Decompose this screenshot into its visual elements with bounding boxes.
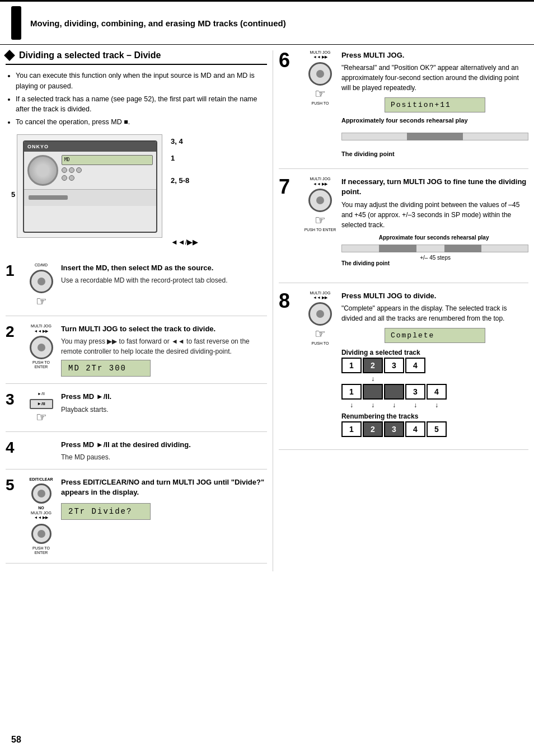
step-6-body: "Rehearsal" and "Position OK?" appear al… [341,63,528,93]
step-4-title: Press MD ►/II at the desired dividing. [61,440,267,450]
step-3-content: Press MD ►/II. Playback starts. [61,392,267,414]
arrow-cell: ↓ [363,375,383,383]
step-4-content: Press MD ►/II at the desired dividing. T… [61,440,267,462]
page-content: Dividing a selected track – Divide You c… [0,50,534,571]
multi-jog-icon [30,336,53,359]
device-middle: MD [24,152,156,189]
arrow-cell [384,375,404,383]
track-cell-after: 3 [384,421,404,437]
jog-inner [316,70,324,78]
dividing-track-label: Dividing a selected track [341,349,528,356]
step-8-number: 8 [279,291,299,311]
multi-jog-label: MULTI JOG◄◄ ▶▶ [31,324,51,334]
track-row-after: 1 2 3 4 5 [341,421,528,437]
step-2-number: 2 [6,324,21,340]
play-pause-label: ►/II [38,392,45,396]
step-3-number: 3 [6,392,21,407]
step-1-title: Insert the MD, then select MD as the sou… [61,263,267,273]
step-5-number: 5 [6,477,21,493]
multi-jog-icon-8 [308,302,332,326]
step-5-content: Press EDIT/CLEAR/NO and turn MULTI JOG u… [61,477,267,520]
ft-bar-bg [341,245,528,252]
step-5-row: 5 EDIT/CLEAR NO MULTI JOG◄◄ ▶▶ PUSH TO E… [6,477,267,564]
step-7-body: You may adjust the dividing point betwee… [341,200,528,230]
arrow-cell: ↓ [405,401,425,409]
step-6-title: Press MULTI JOG. [341,50,528,60]
track-cell: 1 [341,384,362,400]
device-button [76,167,82,173]
ft-bar-right [444,245,482,252]
step-8-row: 8 MULTI JOG◄◄ ▶▶ ☞ PUSH TO Press MULTI J… [279,291,528,450]
step-5-icon: EDIT/CLEAR NO MULTI JOG◄◄ ▶▶ PUSH TO ENT… [26,477,57,557]
step-8-body: "Complete" appears in the display. The s… [341,303,528,323]
step-2-row: 2 MULTI JOG◄◄ ▶▶ PUSH TO ENTER Turn MULT… [6,324,267,384]
step-3-title: Press MD ►/II. [61,392,267,402]
step-3-row: 3 ►/II ►/II ☞ Press MD ►/II. Playback st… [6,392,267,431]
arrow-cell: ↓ [341,401,362,409]
push-enter-label-2: PUSH TO ENTER [26,546,57,556]
device-button [69,167,74,173]
step-5-title: Press EDIT/CLEAR/NO and turn MULTI JOG u… [61,477,267,497]
step-2-title: Turn MULTI JOG to select the track to di… [61,324,267,334]
device-slot [29,195,68,200]
step-8-content: Press MULTI JOG to divide. "Complete" ap… [341,291,528,443]
device-button [69,175,74,181]
multi-jog-label-8: MULTI JOG◄◄ ▶▶ [310,291,331,300]
bar-highlight-6 [407,133,463,140]
arrows-row-2: ↓ ↓ ↓ ↓ ↓ [341,401,528,409]
header-title: Moving, dividing, combining, and erasing… [30,18,286,28]
bullet-item: You can execute this function only when … [16,71,267,92]
device-buttons-row [62,167,153,173]
step-4-body: The MD pauses. [61,452,267,462]
step-8-display: Complete [385,328,485,343]
arrow-cell: ↓ [363,401,383,409]
jog-inner [38,490,45,497]
step-2-display: MD 2Tr 300 [61,360,151,377]
arrow-cell [405,375,425,383]
step-6-number: 6 [279,50,299,71]
hand-icon-6: ☞ [315,87,326,101]
cd-md-label: CD/MD [35,263,48,267]
section-title: Dividing a selected track – Divide [6,50,267,65]
approx-label-6: Approximately four seconds rehearsal pla… [341,117,528,124]
step-7-content: If necessary, turn MULTI JOG to fine tun… [341,177,528,275]
step-2-icon: MULTI JOG◄◄ ▶▶ PUSH TO ENTER [26,324,57,371]
page-number: 58 [11,735,21,745]
rehearsal-bar-6 [341,126,528,148]
device-logo: ONKYO [27,144,49,149]
step-1-row: 1 CD/MD ☞ Insert the MD, then select MD … [6,263,267,316]
step-3-icon: ►/II ►/II ☞ [26,392,57,424]
track-cell-selected: 2 [363,358,383,373]
jog-inner-8 [316,310,324,318]
bullet-list: You can execute this function only when … [16,71,267,128]
jog-inner [38,530,45,538]
diagram-label-34: 3, 4 [171,137,183,145]
track-cell: 1 [341,421,362,437]
track-cell: 1 [341,358,362,373]
multi-jog-icon-2 [31,524,51,544]
step-1-content: Insert the MD, then select MD as the sou… [61,263,267,285]
hand-icon: ☞ [36,410,47,425]
push-enter-label-7: PUSH TO ENTER [305,228,336,232]
step-6-display: Position+11 [385,97,485,112]
ft-steps-label: +/– 45 steps [420,255,451,261]
step-8-icon: MULTI JOG◄◄ ▶▶ ☞ PUSH TO [303,291,337,348]
rehearsal-diagram-6: Approximately four seconds rehearsal pla… [341,117,528,157]
left-column: Dividing a selected track – Divide You c… [6,50,273,571]
step-6-row: 6 MULTI JOG◄◄ ▶▶ ☞ PUSH TO Press MULTI J… [279,50,528,169]
device-display: MD [62,155,153,165]
multi-jog-icon-7 [308,189,332,212]
track-row-middle: 1 3 4 [341,384,528,400]
fine-tune-diagram: Approximate four seconds rehearsal play … [341,233,528,273]
edit-label: EDIT/CLEAR [30,477,53,481]
step-1-number: 1 [6,263,21,279]
arrow-cell: ↓ [384,401,404,409]
track-cell: 5 [427,421,447,437]
multi-jog-icon-6 [308,62,332,86]
diagram-label-258: 2, 5-8 [171,176,189,185]
track-cell-after: 2 [363,421,383,437]
device-top-strip: ONKYO [24,142,156,152]
device-disc [27,155,58,186]
hand-icon-7: ☞ [315,213,326,228]
jog-inner [38,278,45,285]
